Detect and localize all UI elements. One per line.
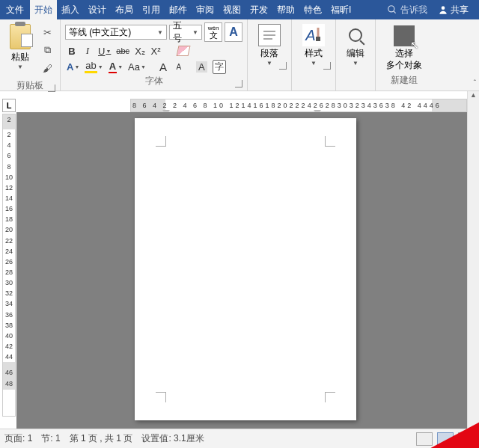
person-icon bbox=[438, 4, 448, 15]
menu-tab-mailings[interactable]: 邮件 bbox=[165, 0, 192, 19]
font-size-combo[interactable]: 五号 ▼ bbox=[169, 25, 202, 40]
group-label-paragraph bbox=[252, 68, 287, 71]
shrink-font-button[interactable]: A bbox=[172, 60, 186, 73]
menu-tab-layout[interactable]: 布局 bbox=[111, 0, 138, 19]
char-border-big-button[interactable]: A bbox=[225, 22, 242, 42]
editing-dropdown[interactable]: ▼ bbox=[353, 60, 359, 67]
search-icon bbox=[387, 4, 397, 15]
chevron-down-icon: ▼ bbox=[189, 29, 198, 36]
font-dialog-launcher[interactable] bbox=[235, 80, 242, 88]
paste-dropdown-caret[interactable]: ▼ bbox=[17, 64, 23, 70]
brush-icon bbox=[314, 28, 322, 43]
menu-tab-view[interactable]: 视图 bbox=[219, 0, 245, 19]
enclose-char-button[interactable]: 字 bbox=[211, 60, 228, 73]
margin-corner-bl bbox=[156, 392, 166, 402]
group-editing: 编辑 ▼ bbox=[336, 19, 376, 90]
menu-tab-file[interactable]: 文件 bbox=[0, 0, 30, 19]
menu-tab-foxit[interactable]: 福昕I bbox=[326, 0, 356, 19]
scroll-up-button[interactable]: ▲ bbox=[468, 91, 479, 103]
menu-tab-developer[interactable]: 开发 bbox=[245, 0, 272, 19]
horizontal-ruler[interactable]: 8 6 4 2 2 4 6 8 10 121416182022242628303… bbox=[130, 99, 467, 112]
vertical-scrollbar[interactable]: ▲ bbox=[467, 91, 479, 429]
group-label-new: 新建组 bbox=[380, 73, 428, 88]
status-section[interactable]: 节: 1 bbox=[41, 432, 60, 445]
status-bar: 页面: 1 节: 1 第 1 页 , 共 1 页 设置值: 3.1厘米 bbox=[0, 429, 479, 448]
cut-button[interactable]: ✂ bbox=[40, 25, 54, 39]
font-size-value: 五号 bbox=[173, 19, 189, 45]
hruler-numbers: 8 6 4 2 2 4 6 8 10 121416182022242628303… bbox=[131, 102, 442, 109]
tell-me-placeholder: 告诉我 bbox=[400, 4, 427, 16]
select-label-2: 多个对象 bbox=[386, 60, 422, 70]
svg-rect-7 bbox=[316, 37, 320, 41]
text-effects-button[interactable]: A▼ bbox=[65, 60, 81, 73]
menu-tab-references[interactable]: 引用 bbox=[138, 0, 165, 19]
styles-dialog-launcher[interactable] bbox=[323, 62, 331, 70]
paragraph-lines-icon bbox=[262, 29, 277, 41]
styles-label: 样式 bbox=[305, 48, 323, 58]
italic-button[interactable]: I bbox=[81, 44, 94, 58]
bold-button[interactable]: B bbox=[65, 44, 79, 58]
menu-tab-insert[interactable]: 插入 bbox=[57, 0, 84, 19]
tab-selector[interactable]: L bbox=[2, 99, 16, 112]
underline-button[interactable]: U▼ bbox=[97, 44, 112, 58]
editing-label: 编辑 bbox=[347, 48, 364, 58]
share-label: 共享 bbox=[451, 4, 469, 16]
document-area[interactable] bbox=[16, 112, 467, 429]
status-setting[interactable]: 设置值: 3.1厘米 bbox=[141, 432, 204, 445]
margin-corner-tl bbox=[156, 136, 166, 147]
view-print-button[interactable] bbox=[437, 432, 454, 446]
paragraph-label: 段落 bbox=[260, 48, 278, 58]
format-painter-button[interactable]: 🖌 bbox=[40, 61, 54, 75]
copy-button[interactable]: ⧉ bbox=[40, 43, 54, 57]
superscript-button[interactable]: X² bbox=[149, 44, 162, 58]
view-web-button[interactable] bbox=[458, 432, 475, 446]
find-button[interactable] bbox=[349, 24, 362, 46]
select-objects-button[interactable] bbox=[394, 25, 415, 46]
menu-tab-home[interactable]: 开始 bbox=[30, 0, 57, 19]
highlight-button[interactable]: ab▼ bbox=[83, 60, 104, 73]
svg-point-0 bbox=[388, 6, 394, 12]
paste-label: 粘贴 bbox=[11, 51, 29, 64]
paste-button[interactable]: 粘贴 ▼ bbox=[4, 22, 36, 78]
collapse-ribbon-button[interactable]: ˆ bbox=[474, 79, 476, 88]
status-page[interactable]: 页面: 1 bbox=[4, 432, 32, 445]
chevron-down-icon: ▼ bbox=[154, 29, 163, 36]
phonetic-guide-button[interactable]: wén 文 bbox=[204, 22, 222, 42]
strikethrough-button[interactable]: abc bbox=[115, 44, 131, 58]
menu-tab-special[interactable]: 特色 bbox=[299, 0, 326, 19]
menu-tab-help[interactable]: 帮助 bbox=[272, 0, 299, 19]
group-font: 等线 (中文正文) ▼ 五号 ▼ wén 文 A B I U▼ abc X₂ bbox=[61, 19, 248, 90]
vertical-ruler[interactable]: 2 2 4 6 8 10 12 14 16 18 20 22 24 26 28 … bbox=[2, 114, 16, 417]
eraser-icon bbox=[177, 46, 191, 56]
font-name-combo[interactable]: 等线 (中文正文) ▼ bbox=[65, 25, 167, 40]
group-new: 选择 多个对象 新建组 bbox=[376, 19, 433, 90]
clipboard-dialog-launcher[interactable] bbox=[48, 85, 55, 92]
magnifier-icon bbox=[349, 28, 362, 42]
clear-formatting-button[interactable] bbox=[176, 44, 191, 58]
group-label-font: 字体 bbox=[65, 73, 242, 89]
menu-tab-design[interactable]: 设计 bbox=[84, 0, 111, 19]
margin-corner-br bbox=[325, 392, 335, 402]
status-pages[interactable]: 第 1 页 , 共 1 页 bbox=[70, 432, 133, 445]
paragraph-button[interactable] bbox=[258, 24, 281, 46]
group-styles: A 样式 ▼ bbox=[292, 19, 336, 90]
view-read-button[interactable] bbox=[416, 432, 433, 446]
page[interactable] bbox=[135, 118, 356, 420]
paragraph-dialog-launcher[interactable] bbox=[279, 62, 287, 70]
styles-dropdown[interactable]: ▼ bbox=[311, 60, 317, 67]
vruler-top: 2 bbox=[3, 114, 15, 125]
menu-tab-review[interactable]: 审阅 bbox=[192, 0, 219, 19]
subscript-button[interactable]: X₂ bbox=[133, 44, 147, 58]
styles-button[interactable]: A bbox=[302, 24, 325, 46]
paragraph-dropdown[interactable]: ▼ bbox=[266, 60, 272, 67]
grow-font-button[interactable]: A bbox=[156, 60, 170, 73]
font-name-value: 等线 (中文正文) bbox=[69, 26, 131, 39]
svg-point-2 bbox=[442, 6, 445, 10]
tell-me-search[interactable]: 告诉我 bbox=[382, 4, 432, 16]
menu-bar: 文件 开始 插入 设计 布局 引用 邮件 审阅 视图 开发 帮助 特色 福昕I … bbox=[0, 0, 479, 19]
change-case-button[interactable]: Aa▼ bbox=[126, 60, 147, 73]
svg-line-1 bbox=[394, 11, 396, 13]
char-shading-button[interactable]: A bbox=[195, 60, 209, 73]
font-color-button[interactable]: A▼ bbox=[107, 60, 124, 73]
share-button[interactable]: 共享 bbox=[432, 4, 475, 16]
